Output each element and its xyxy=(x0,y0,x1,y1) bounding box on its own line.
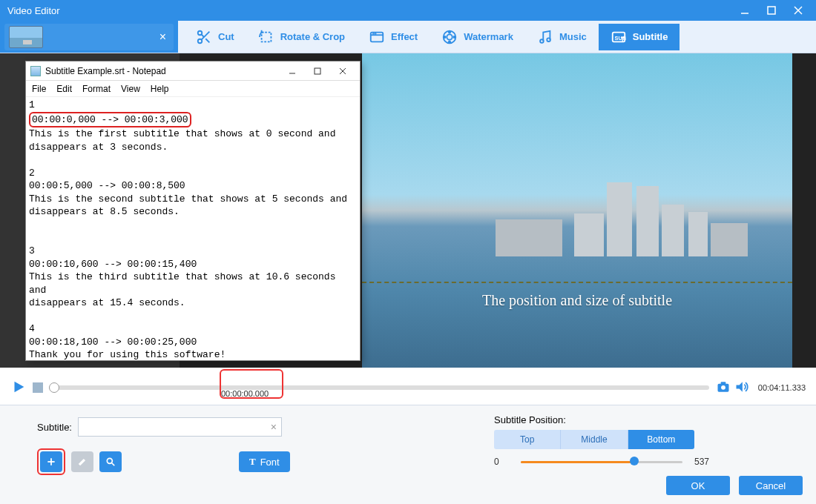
svg-marker-33 xyxy=(736,382,742,391)
clip-tab[interactable]: × xyxy=(4,24,174,50)
notepad-titlebar[interactable]: Subtitle Example.srt - Notepad xyxy=(26,62,360,81)
notepad-icon xyxy=(30,66,41,76)
tab-label: Subtitle xyxy=(633,31,668,42)
notepad-maximize-button[interactable] xyxy=(305,63,330,79)
position-slider[interactable] xyxy=(521,460,682,464)
play-button[interactable] xyxy=(10,379,27,397)
svg-text:T: T xyxy=(621,36,625,42)
svg-point-17 xyxy=(454,36,455,37)
position-segmented: Top Middle Bottom xyxy=(494,430,694,449)
top-row: × Cut Rotate & Crop Effect Watermark Mus… xyxy=(0,21,816,53)
minimize-button[interactable] xyxy=(731,0,758,21)
subtitle-input[interactable]: × xyxy=(78,417,282,437)
subtitle-sample-text[interactable]: The position and size of subtitle xyxy=(392,292,763,309)
svg-rect-31 xyxy=(720,382,725,384)
slider-min: 0 xyxy=(494,457,515,467)
watermark-icon xyxy=(441,29,458,45)
stop-button[interactable] xyxy=(33,382,43,393)
effect-icon xyxy=(369,29,385,45)
position-label: Subtitle Position: xyxy=(494,414,761,425)
position-middle[interactable]: Middle xyxy=(561,430,628,449)
subtitle-guide-line[interactable] xyxy=(362,282,792,283)
rotate-crop-icon xyxy=(258,29,274,45)
tab-label: Rotate & Crop xyxy=(280,31,345,42)
app-title: Video Editor xyxy=(7,5,731,16)
slider-max: 537 xyxy=(688,457,709,467)
tab-label: Watermark xyxy=(464,31,513,42)
music-icon xyxy=(537,29,553,45)
snapshot-button[interactable] xyxy=(715,379,731,397)
menu-edit[interactable]: Edit xyxy=(56,84,72,94)
seek-position-label: 00:00:00.000 xyxy=(221,389,269,398)
position-bottom[interactable]: Bottom xyxy=(628,430,694,449)
clear-icon[interactable]: × xyxy=(271,421,277,433)
duration-label: 00:04:11.333 xyxy=(758,383,806,392)
svg-point-21 xyxy=(547,38,550,42)
volume-button[interactable] xyxy=(734,379,749,397)
subtitle-label: Subtitle: xyxy=(37,422,72,433)
video-preview: The position and size of subtitle xyxy=(362,53,792,368)
svg-rect-26 xyxy=(315,68,320,74)
menu-file[interactable]: File xyxy=(32,84,46,94)
clip-thumbnail xyxy=(9,26,43,48)
tab-subtitle[interactable]: SUBT Subtitle xyxy=(599,24,680,50)
srt-timecode-highlight: 00:00:0,000 --> 00:00:3,000 xyxy=(29,112,191,128)
svg-point-12 xyxy=(373,33,374,33)
clip-tab-strip: × xyxy=(0,21,178,53)
tab-label: Cut xyxy=(218,31,234,42)
tab-rotate[interactable]: Rotate & Crop xyxy=(246,24,357,50)
svg-point-32 xyxy=(721,385,725,389)
subtitle-icon: SUBT xyxy=(611,29,627,45)
maximize-button[interactable] xyxy=(758,0,785,21)
svg-point-20 xyxy=(540,39,544,43)
playback-bar: 00:04:11.333 xyxy=(0,368,816,405)
menu-format[interactable]: Format xyxy=(82,84,111,94)
menu-view[interactable]: View xyxy=(121,84,140,94)
srt-pre: 1 xyxy=(29,99,35,110)
clip-close-button[interactable]: × xyxy=(157,30,169,44)
seek-thumb[interactable] xyxy=(49,382,59,393)
svg-point-15 xyxy=(447,34,453,39)
menu-help[interactable]: Help xyxy=(151,84,169,94)
tab-music[interactable]: Music xyxy=(525,24,599,50)
editor-tabs: Cut Rotate & Crop Effect Watermark Music… xyxy=(178,21,816,53)
add-subtitle-highlight xyxy=(37,448,65,475)
svg-point-16 xyxy=(449,31,450,33)
tab-effect[interactable]: Effect xyxy=(357,24,430,50)
tab-watermark[interactable]: Watermark xyxy=(430,24,525,50)
notepad-close-button[interactable] xyxy=(330,63,355,79)
tab-label: Effect xyxy=(391,31,418,42)
svg-point-5 xyxy=(198,39,203,43)
titlebar: Video Editor xyxy=(0,0,816,21)
svg-line-7 xyxy=(205,39,209,42)
edit-subtitle-button[interactable] xyxy=(71,451,93,472)
svg-rect-9 xyxy=(261,32,271,42)
seek-bar[interactable] xyxy=(49,377,709,399)
svg-point-4 xyxy=(198,30,203,35)
svg-marker-29 xyxy=(15,381,24,392)
svg-line-8 xyxy=(201,34,204,37)
notepad-minimize-button[interactable] xyxy=(280,63,305,79)
svg-rect-1 xyxy=(768,7,775,14)
search-subtitle-button[interactable] xyxy=(99,451,122,472)
srt-post: This is the first subtitle that shows at… xyxy=(29,128,347,360)
scissors-icon xyxy=(196,29,212,45)
dialog-buttons: OK Cancel xyxy=(666,476,803,495)
svg-point-19 xyxy=(444,36,446,37)
svg-point-13 xyxy=(375,33,376,33)
tab-cut[interactable]: Cut xyxy=(184,24,246,50)
notepad-window[interactable]: Subtitle Example.srt - Notepad File Edit… xyxy=(25,61,361,361)
notepad-menubar: File Edit Format View Help xyxy=(26,81,360,97)
cancel-button[interactable]: Cancel xyxy=(739,476,803,495)
add-subtitle-button[interactable] xyxy=(40,451,62,472)
notepad-body[interactable]: 1 00:00:0,000 --> 00:00:3,000 This is th… xyxy=(26,97,360,363)
notepad-title: Subtitle Example.srt - Notepad xyxy=(45,66,166,76)
tab-label: Music xyxy=(559,31,587,42)
font-button[interactable]: T Font xyxy=(239,451,290,472)
position-top[interactable]: Top xyxy=(494,430,561,449)
slider-knob[interactable] xyxy=(630,457,639,465)
ok-button[interactable]: OK xyxy=(666,476,730,495)
close-button[interactable] xyxy=(785,0,812,21)
svg-point-18 xyxy=(449,41,450,42)
svg-point-36 xyxy=(107,458,112,463)
